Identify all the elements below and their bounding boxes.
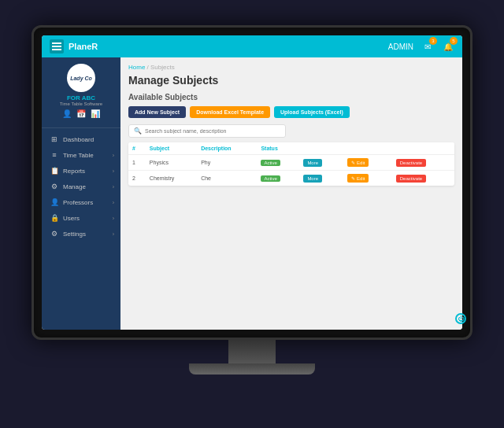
sidebar-label-reports: Reports bbox=[63, 168, 85, 175]
upload-subjects-button[interactable]: Upload Subjects (Excel) bbox=[274, 106, 350, 118]
cell-edit: ✎ Edit bbox=[343, 155, 391, 171]
org-name: FOR ABC bbox=[67, 94, 95, 101]
cell-id: 2 bbox=[128, 171, 146, 186]
sidebar-logo: Lady Co FOR ABC Time Table Software 👤 📅 … bbox=[42, 57, 120, 128]
org-logo-text: Lady Co bbox=[70, 76, 92, 81]
monitor: PlaneR ADMIN ✉ 3 🔔 5 bbox=[32, 25, 472, 340]
download-excel-button[interactable]: Download Excel Template bbox=[190, 106, 270, 118]
sidebar-item-reports[interactable]: 📋 Reports › bbox=[42, 163, 120, 179]
professors-icon: 👤 bbox=[50, 198, 59, 206]
breadcrumb-home[interactable]: Home bbox=[128, 64, 145, 71]
bell-icon-wrapper[interactable]: 🔔 5 bbox=[442, 40, 454, 53]
status-badge: Active bbox=[261, 160, 280, 166]
breadcrumb-current: Subjects bbox=[150, 64, 175, 71]
cell-status: Active bbox=[257, 155, 299, 171]
search-bar: 🔍 bbox=[128, 124, 286, 138]
reports-icon: 📋 bbox=[50, 167, 59, 175]
topbar-right: ADMIN ✉ 3 🔔 5 bbox=[388, 40, 454, 53]
breadcrumb: Home / Subjects bbox=[128, 64, 454, 71]
edit-button[interactable]: ✎ Edit bbox=[347, 174, 369, 183]
sidebar-label-settings: Settings bbox=[63, 231, 86, 238]
edit-button[interactable]: ✎ Edit bbox=[347, 158, 369, 167]
cell-more: More bbox=[299, 171, 343, 186]
sidebar: Lady Co FOR ABC Time Table Software 👤 📅 … bbox=[42, 57, 120, 330]
sidebar-label-dashboard: Dashboard bbox=[63, 136, 94, 143]
manage-chevron: › bbox=[113, 184, 114, 190]
cell-deactivate: Deactivate bbox=[392, 155, 454, 171]
professors-chevron: › bbox=[113, 200, 114, 205]
timetable-chevron: › bbox=[113, 153, 114, 158]
table-row: 2 Chemistry Che Active More ✎ Edit Deact… bbox=[128, 171, 454, 186]
sidebar-label-professors: Professors bbox=[63, 199, 93, 206]
subjects-table: # Subject Description Status bbox=[128, 142, 454, 186]
search-icon: 🔍 bbox=[134, 127, 142, 135]
col-header-subject: Subject bbox=[146, 142, 197, 155]
monitor-neck bbox=[228, 340, 276, 363]
deactivate-button[interactable]: Deactivate bbox=[396, 159, 426, 167]
table-row: 1 Physics Phy Active More ✎ Edit Deactiv… bbox=[128, 155, 454, 171]
sidebar-item-users[interactable]: 🔒 Users › bbox=[42, 210, 120, 226]
monitor-base bbox=[189, 363, 315, 374]
add-new-subject-button[interactable]: Add New Subject bbox=[128, 106, 186, 118]
cell-more: More bbox=[299, 155, 343, 171]
sidebar-item-dashboard[interactable]: ⊞ Dashboard bbox=[42, 131, 120, 147]
users-icon: 🔒 bbox=[50, 214, 59, 222]
cell-deactivate: Deactivate bbox=[392, 171, 454, 186]
timetable-icon: ≡ bbox=[50, 151, 59, 159]
sidebar-label-users: Users bbox=[63, 215, 80, 222]
sidebar-label-manage: Manage bbox=[63, 183, 86, 190]
cell-id: 1 bbox=[128, 155, 146, 171]
col-header-action1 bbox=[299, 142, 343, 155]
dashboard-icon: ⊞ bbox=[50, 135, 59, 143]
content-area: Home / Subjects Manage Subjects Availabl… bbox=[120, 57, 462, 330]
cell-edit: ✎ Edit bbox=[343, 171, 391, 186]
topbar: PlaneR ADMIN ✉ 3 🔔 5 bbox=[42, 35, 462, 57]
col-header-action3 bbox=[392, 142, 454, 155]
hamburger-button[interactable] bbox=[50, 39, 64, 54]
sidebar-item-timetable[interactable]: ≡ Time Table › bbox=[42, 147, 120, 163]
screen: PlaneR ADMIN ✉ 3 🔔 5 bbox=[42, 35, 462, 330]
topbar-left: PlaneR bbox=[50, 39, 98, 54]
table-header-row: # Subject Description Status bbox=[128, 142, 454, 155]
main-layout: Lady Co FOR ABC Time Table Software 👤 📅 … bbox=[42, 57, 462, 330]
search-input[interactable] bbox=[145, 128, 280, 134]
mail-badge: 3 bbox=[429, 37, 437, 45]
col-header-action2 bbox=[343, 142, 391, 155]
subjects-tbody: 1 Physics Phy Active More ✎ Edit Deactiv… bbox=[128, 155, 454, 186]
col-header-status: Status bbox=[257, 142, 299, 155]
bell-badge: 5 bbox=[450, 37, 458, 45]
hamburger-line-2 bbox=[52, 46, 61, 47]
users-chevron: › bbox=[113, 216, 114, 221]
col-header-description: Description bbox=[197, 142, 257, 155]
sidebar-label-timetable: Time Table bbox=[63, 152, 94, 159]
section-title: Available Subjects bbox=[128, 93, 454, 101]
chart-icon[interactable]: 📊 bbox=[91, 109, 100, 118]
manage-icon: ⚙ bbox=[50, 183, 59, 190]
hamburger-line-1 bbox=[52, 42, 61, 44]
mail-icon-wrapper[interactable]: ✉ 3 bbox=[421, 40, 434, 53]
subjects-table-container: # Subject Description Status bbox=[128, 142, 454, 186]
sidebar-item-manage[interactable]: ⚙ Manage › bbox=[42, 179, 120, 194]
deactivate-button[interactable]: Deactivate bbox=[396, 175, 426, 183]
sidebar-icons-row: 👤 📅 📊 bbox=[59, 106, 103, 121]
cell-subject: Chemistry bbox=[146, 171, 197, 186]
hamburger-line-3 bbox=[52, 49, 61, 50]
org-logo: Lady Co bbox=[67, 64, 95, 92]
app-name: PlaneR bbox=[69, 42, 98, 51]
reports-chevron: › bbox=[113, 168, 114, 174]
sidebar-item-professors[interactable]: 👤 Professors › bbox=[42, 194, 120, 210]
page-title: Manage Subjects bbox=[128, 74, 454, 87]
cell-status: Active bbox=[257, 171, 299, 186]
status-badge: Active bbox=[261, 175, 280, 182]
more-button[interactable]: More bbox=[303, 175, 322, 183]
settings-icon: ⚙ bbox=[50, 230, 59, 238]
col-header-id: # bbox=[128, 142, 146, 155]
cell-description: Che bbox=[197, 171, 257, 186]
power-button[interactable]: ⏻ bbox=[455, 313, 466, 324]
sidebar-item-settings[interactable]: ⚙ Settings › bbox=[42, 226, 120, 242]
user-icon[interactable]: 👤 bbox=[62, 109, 72, 118]
calendar-icon[interactable]: 📅 bbox=[76, 109, 86, 118]
admin-label: ADMIN bbox=[388, 42, 413, 51]
more-button[interactable]: More bbox=[303, 159, 322, 167]
cell-subject: Physics bbox=[146, 155, 197, 171]
